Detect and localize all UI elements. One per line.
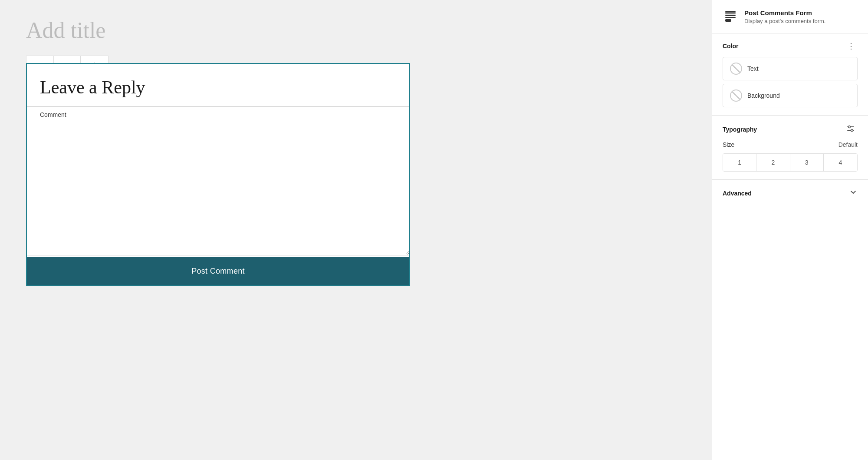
editor-area: Add title Leave a Reply <box>0 0 712 460</box>
size-grid: 1 2 3 4 <box>723 153 858 172</box>
background-color-label: Background <box>747 92 780 99</box>
color-section-header: Color ⋮ <box>723 41 858 51</box>
size-grid-item-4[interactable]: 4 <box>824 154 857 171</box>
typography-size-row: Size Default <box>723 141 858 148</box>
sliders-icon <box>846 124 855 133</box>
text-color-item[interactable]: Text <box>723 57 858 80</box>
size-grid-item-2[interactable]: 2 <box>756 154 790 171</box>
typography-section: Typography Size Default 1 2 3 4 <box>712 116 868 180</box>
color-section-title: Color <box>723 43 739 50</box>
block-info-description: Display a post's comments form. <box>744 18 825 24</box>
typography-section-title: Typography <box>723 126 757 133</box>
typography-section-menu-button[interactable] <box>844 123 858 135</box>
color-section-menu-button[interactable]: ⋮ <box>845 41 858 51</box>
comment-form-block: Leave a Reply Comment Post Comment <box>26 63 410 286</box>
svg-rect-10 <box>725 13 736 14</box>
leave-reply-heading: Leave a Reply <box>27 64 409 106</box>
comment-field-label: Comment <box>27 106 409 121</box>
size-value: Default <box>838 141 858 148</box>
size-label: Size <box>723 141 734 148</box>
color-section: Color ⋮ Text Background <box>712 33 868 116</box>
advanced-section-header[interactable]: Advanced <box>723 188 858 199</box>
svg-rect-13 <box>725 19 731 22</box>
text-color-circle <box>730 63 742 75</box>
block-info-title: Post Comments Form <box>744 9 825 17</box>
block-icon <box>723 9 738 24</box>
chevron-down-icon <box>849 188 858 199</box>
post-comments-form-icon <box>723 10 737 23</box>
post-comment-button[interactable]: Post Comment <box>27 257 409 285</box>
text-color-label: Text <box>747 65 759 72</box>
svg-point-16 <box>848 126 851 128</box>
chevron-icon <box>849 188 858 196</box>
advanced-section: Advanced <box>712 180 868 206</box>
comment-textarea[interactable] <box>27 121 409 255</box>
svg-rect-9 <box>725 11 736 13</box>
svg-rect-11 <box>725 15 736 16</box>
svg-point-17 <box>851 129 853 132</box>
background-color-circle <box>730 89 742 102</box>
size-grid-item-3[interactable]: 3 <box>790 154 824 171</box>
block-info-text: Post Comments Form Display a post's comm… <box>744 9 825 24</box>
svg-rect-12 <box>725 17 736 18</box>
typography-section-header: Typography <box>723 123 858 135</box>
background-color-item[interactable]: Background <box>723 84 858 107</box>
block-info-header: Post Comments Form Display a post's comm… <box>712 0 868 33</box>
add-title[interactable]: Add title <box>26 17 686 43</box>
advanced-section-title: Advanced <box>723 190 752 197</box>
sidebar: Post Comments Form Display a post's comm… <box>712 0 868 460</box>
size-grid-item-1[interactable]: 1 <box>723 154 756 171</box>
